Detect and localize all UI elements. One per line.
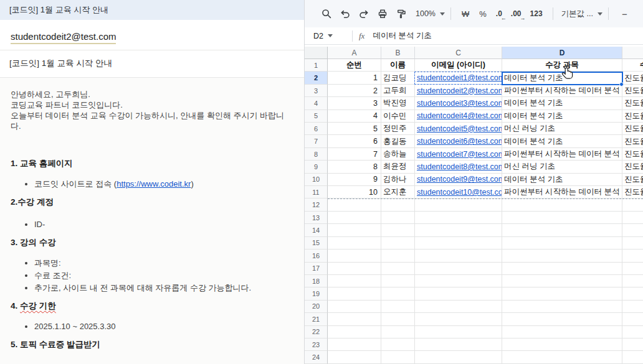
cell-D14[interactable] <box>502 224 622 236</box>
cell-E24[interactable] <box>622 351 643 363</box>
row-header-23[interactable]: 23 <box>305 338 328 351</box>
column-header-D[interactable]: D <box>502 47 622 59</box>
cell-D3[interactable]: 파이썬부터 시작하는 데이터 분석 <box>502 85 622 97</box>
cell-D19[interactable] <box>502 287 622 300</box>
row-header-22[interactable]: 22 <box>305 326 328 338</box>
row-header-15[interactable]: 15 <box>305 237 328 250</box>
cell-C10[interactable]: studentcodeit9@test.com <box>415 174 502 186</box>
cell-B15[interactable] <box>381 237 415 250</box>
row-header-16[interactable]: 16 <box>305 250 328 262</box>
cell-E4[interactable]: 진도율 <box>622 97 643 110</box>
cell-D23[interactable] <box>502 338 622 351</box>
email-thread-row[interactable]: [코드잇] 1월 교육 시작 안내 <box>0 0 304 20</box>
cell-D6[interactable]: 머신 러닝 기초 <box>502 123 622 135</box>
cell-C2[interactable]: studentcodeit1@test.com <box>415 72 502 84</box>
cell-A3[interactable]: 2 <box>328 85 381 97</box>
cell-C21[interactable] <box>415 313 502 325</box>
cell-E6[interactable]: 진도율 <box>622 123 643 135</box>
cell-D11[interactable]: 파이썬부터 시작하는 데이터 분석 <box>502 186 622 198</box>
cell-C1[interactable]: 이메일 (아이디) <box>415 59 502 72</box>
column-header-A[interactable]: A <box>328 47 381 59</box>
cell-D15[interactable] <box>502 237 622 250</box>
cell-E5[interactable]: 진도율 <box>622 110 643 123</box>
cell-E21[interactable] <box>622 313 643 325</box>
cell-A2[interactable]: 1 <box>328 72 381 84</box>
cell-A15[interactable] <box>328 237 381 250</box>
row-header-18[interactable]: 18 <box>305 275 328 287</box>
cell-E23[interactable] <box>622 338 643 351</box>
cell-C3[interactable]: studentcodeit2@test.com <box>415 85 502 97</box>
cell-B23[interactable] <box>381 338 415 351</box>
cell-C8[interactable]: studentcodeit7@test.com <box>415 148 502 161</box>
row-header-19[interactable]: 19 <box>305 287 328 300</box>
column-header-B[interactable]: B <box>381 47 415 59</box>
cell-D22[interactable] <box>502 326 622 338</box>
decrease-decimal-button[interactable]: .0← <box>496 9 502 18</box>
codeit-link[interactable]: https://www.codeit.kr <box>117 179 191 189</box>
cell-B6[interactable]: 정민주 <box>381 123 415 135</box>
cell-B24[interactable] <box>381 351 415 363</box>
cell-A4[interactable]: 3 <box>328 97 381 110</box>
cell-D9[interactable]: 머신 러닝 기초 <box>502 161 622 173</box>
cell-E12[interactable] <box>622 198 643 211</box>
select-all-corner[interactable] <box>305 47 328 59</box>
cell-A9[interactable]: 8 <box>328 161 381 173</box>
cell-E13[interactable] <box>622 212 643 224</box>
row-header-9[interactable]: 9 <box>305 161 328 173</box>
cell-E19[interactable] <box>622 287 643 300</box>
cell-A11[interactable]: 10 <box>328 186 381 198</box>
row-header-2[interactable]: 2 <box>305 72 328 84</box>
row-header-6[interactable]: 6 <box>305 123 328 135</box>
cell-C12[interactable] <box>415 198 502 211</box>
row-header-1[interactable]: 1 <box>305 59 328 72</box>
cell-C24[interactable] <box>415 351 502 363</box>
number-format-button[interactable]: 123 <box>530 9 543 18</box>
cell-B17[interactable] <box>381 263 415 275</box>
cell-B4[interactable]: 박진영 <box>381 97 415 110</box>
row-header-14[interactable]: 14 <box>305 224 328 236</box>
name-box[interactable]: D2 <box>305 32 343 40</box>
email-body[interactable]: 안녕하세요, 고두희님. 코딩교육 파트너 코드잇입니다. 오늘부터 데이터 분… <box>0 78 304 350</box>
row-header-21[interactable]: 21 <box>305 313 328 325</box>
cell-E17[interactable] <box>622 263 643 275</box>
cell-E2[interactable]: 진도율 <box>622 72 643 84</box>
formula-input[interactable]: 데이터 분석 기초 <box>373 30 431 41</box>
row-header-3[interactable]: 3 <box>305 85 328 97</box>
recipient-field[interactable]: studentcodeit2@test.com <box>11 31 116 44</box>
cell-B14[interactable] <box>381 224 415 236</box>
cell-B16[interactable] <box>381 250 415 262</box>
row-header-10[interactable]: 10 <box>305 174 328 186</box>
cell-C20[interactable] <box>415 301 502 313</box>
undo-icon[interactable] <box>340 8 351 19</box>
cell-A1[interactable]: 순번 <box>328 59 381 72</box>
cell-C15[interactable] <box>415 237 502 250</box>
cell-D1[interactable]: 수강 과목 <box>502 59 622 72</box>
cell-D7[interactable]: 데이터 분석 기초 <box>502 135 622 147</box>
row-header-11[interactable]: 11 <box>305 186 328 198</box>
cell-A24[interactable] <box>328 351 381 363</box>
row-header-7[interactable]: 7 <box>305 135 328 147</box>
paint-format-icon[interactable] <box>396 8 407 19</box>
column-header-C[interactable]: C <box>415 47 502 59</box>
cell-E7[interactable]: 진도율 <box>622 135 643 147</box>
cell-D18[interactable] <box>502 275 622 287</box>
cell-E16[interactable] <box>622 250 643 262</box>
cell-B11[interactable]: 오지훈 <box>381 186 415 198</box>
row-header-17[interactable]: 17 <box>305 263 328 275</box>
cell-A21[interactable] <box>328 313 381 325</box>
cell-E8[interactable]: 진도율 <box>622 148 643 161</box>
cell-B19[interactable] <box>381 287 415 300</box>
cell-C4[interactable]: studentcodeit3@test.com <box>415 97 502 110</box>
font-style-dropdown[interactable]: 기본값 ... <box>561 9 603 19</box>
cell-C13[interactable] <box>415 212 502 224</box>
cell-B2[interactable]: 김코딩 <box>381 72 415 84</box>
cell-A12[interactable] <box>328 198 381 211</box>
cell-E9[interactable]: 진도율 <box>622 161 643 173</box>
cell-B12[interactable] <box>381 198 415 211</box>
print-icon[interactable] <box>377 8 388 19</box>
cell-C17[interactable] <box>415 263 502 275</box>
cell-A22[interactable] <box>328 326 381 338</box>
cell-B18[interactable] <box>381 275 415 287</box>
cell-E15[interactable] <box>622 237 643 250</box>
cell-B5[interactable]: 이수민 <box>381 110 415 123</box>
